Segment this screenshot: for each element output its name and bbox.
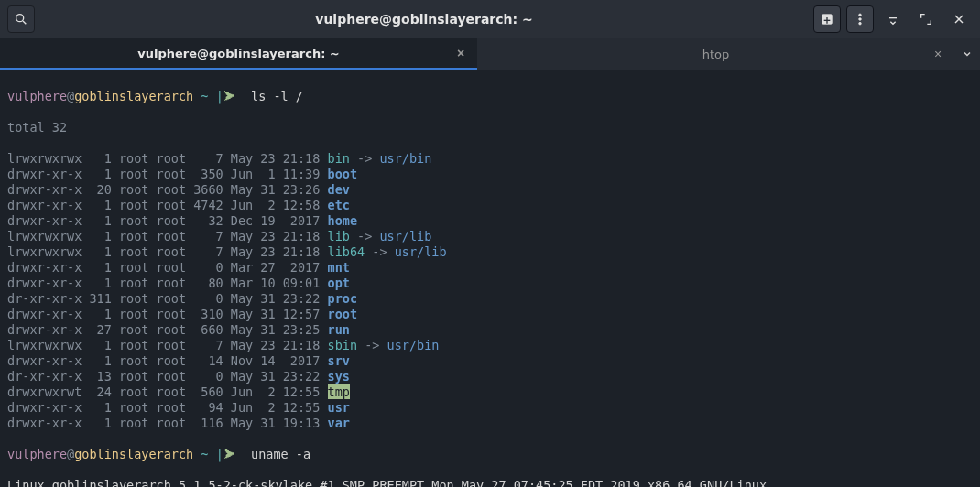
listing-name: usr <box>328 400 350 415</box>
symlink-target: usr/bin <box>387 338 440 352</box>
close-icon <box>952 12 966 27</box>
listing-name: lib <box>328 229 350 244</box>
titlebar: vulphere@goblinslayerarch: ~ <box>0 0 980 38</box>
listing-name: dev <box>328 182 350 197</box>
window-title: vulphere@goblinslayerarch: ~ <box>40 12 808 27</box>
minimize-icon <box>886 12 900 27</box>
listing-row: drwxr-xr-x 1 root root 0 Mar 27 2017 mnt <box>7 260 973 276</box>
listing-name: boot <box>328 167 358 181</box>
listing-meta: lrwxrwxrwx 1 root root 7 May 23 21:18 <box>7 229 328 244</box>
listing-meta: drwxr-xr-x 20 root root 3660 May 31 23:2… <box>7 182 328 197</box>
listing-meta: drwxrwxrwt 24 root root 560 Jun 2 12:55 <box>7 384 328 399</box>
tab-list-dropdown[interactable] <box>954 38 980 70</box>
listing-row: drwxr-xr-x 1 root root 14 Nov 14 2017 sr… <box>7 353 973 369</box>
prompt-arrow: ⮞ <box>223 447 236 461</box>
listing-meta: drwxr-xr-x 1 root root 94 Jun 2 12:55 <box>7 400 328 415</box>
listing-meta: drwxr-xr-x 1 root root 14 Nov 14 2017 <box>7 353 328 368</box>
prompt-at: @ <box>67 89 74 103</box>
chevron-down-icon <box>962 49 973 60</box>
prompt-sep: | <box>209 447 223 461</box>
listing-name: mnt <box>328 260 350 275</box>
total-line: total 32 <box>7 120 973 135</box>
prompt-host: goblinslayerarch <box>74 89 193 103</box>
listing-name: bin <box>328 151 350 166</box>
listing-name: tmp <box>328 384 350 399</box>
terminal-output[interactable]: vulphere@goblinslayerarch ~ |⮞ ls -l / t… <box>0 70 980 487</box>
svg-point-5 <box>859 14 862 16</box>
prompt-user: vulphere <box>7 89 67 103</box>
command-text: uname -a <box>251 447 310 461</box>
tab-terminal[interactable]: vulphere@goblinslayerarch: ~ × <box>0 38 477 70</box>
listing-name: opt <box>328 276 350 290</box>
listing-name: run <box>328 322 350 337</box>
listing-row: drwxr-xr-x 1 root root 80 Mar 10 09:01 o… <box>7 276 973 291</box>
file-listing: lrwxrwxrwx 1 root root 7 May 23 21:18 bi… <box>7 151 973 431</box>
prompt-user: vulphere <box>7 447 67 461</box>
symlink-target: usr/bin <box>379 151 431 166</box>
prompt-arrow: ⮞ <box>223 89 236 103</box>
listing-meta: drwxr-xr-x 1 root root 116 May 31 19:13 <box>7 416 328 430</box>
listing-row: drwxr-xr-x 1 root root 116 May 31 19:13 … <box>7 416 973 431</box>
listing-meta: lrwxrwxrwx 1 root root 7 May 23 21:18 <box>7 151 328 166</box>
maximize-button[interactable] <box>912 5 940 33</box>
listing-row: lrwxrwxrwx 1 root root 7 May 23 21:18 sb… <box>7 338 973 353</box>
menu-button[interactable] <box>846 5 874 33</box>
minimize-button[interactable] <box>879 5 907 33</box>
svg-point-0 <box>16 15 24 22</box>
symlink-arrow: -> <box>357 338 387 352</box>
tab-close-button[interactable]: × <box>931 47 945 61</box>
listing-meta: drwxr-xr-x 1 root root 310 May 31 12:57 <box>7 307 328 321</box>
symlink-arrow: -> <box>350 151 380 166</box>
listing-row: lrwxrwxrwx 1 root root 7 May 23 21:18 bi… <box>7 151 973 167</box>
listing-meta: lrwxrwxrwx 1 root root 7 May 23 21:18 <box>7 338 328 352</box>
prompt-at: @ <box>67 447 74 461</box>
prompt-line: vulphere@goblinslayerarch ~ |⮞ ls -l / <box>7 89 973 104</box>
close-window-button[interactable] <box>945 5 973 33</box>
listing-name: srv <box>328 353 350 368</box>
new-tab-button[interactable] <box>813 5 841 33</box>
listing-name: root <box>328 307 358 321</box>
listing-meta: drwxr-xr-x 27 root root 660 May 31 23:25 <box>7 322 328 337</box>
listing-meta: lrwxrwxrwx 1 root root 7 May 23 21:18 <box>7 244 328 259</box>
listing-meta: dr-xr-xr-x 311 root root 0 May 31 23:22 <box>7 291 328 306</box>
prompt-line: vulphere@goblinslayerarch ~ |⮞ uname -a <box>7 447 973 462</box>
listing-meta: drwxr-xr-x 1 root root 350 Jun 1 11:39 <box>7 167 328 181</box>
prompt-path: ~ <box>201 89 208 103</box>
tab-close-button[interactable]: × <box>453 46 468 60</box>
listing-name: sys <box>328 369 350 384</box>
kebab-menu-icon <box>853 12 867 27</box>
prompt-sep: | <box>209 89 223 103</box>
listing-row: dr-xr-xr-x 311 root root 0 May 31 23:22 … <box>7 291 973 307</box>
maximize-icon <box>919 12 933 27</box>
command-text: ls -l / <box>251 89 303 103</box>
symlink-arrow: -> <box>365 244 395 259</box>
prompt-path: ~ <box>201 447 208 461</box>
search-button[interactable] <box>7 5 35 33</box>
listing-meta: drwxr-xr-x 1 root root 0 Mar 27 2017 <box>7 260 328 275</box>
svg-line-1 <box>23 21 26 24</box>
listing-name: proc <box>328 291 358 306</box>
symlink-target: usr/lib <box>395 244 447 259</box>
tab-label: htop <box>702 48 730 61</box>
listing-row: drwxr-xr-x 1 root root 310 May 31 12:57 … <box>7 307 973 322</box>
listing-row: lrwxrwxrwx 1 root root 7 May 23 21:18 li… <box>7 229 973 244</box>
listing-meta: drwxr-xr-x 1 root root 80 Mar 10 09:01 <box>7 276 328 290</box>
tab-htop[interactable]: htop × <box>477 38 954 70</box>
listing-meta: drwxr-xr-x 1 root root 4742 Jun 2 12:58 <box>7 198 328 212</box>
new-tab-icon <box>820 12 834 27</box>
tab-bar: vulphere@goblinslayerarch: ~ × htop × <box>0 38 980 70</box>
listing-row: drwxr-xr-x 1 root root 350 Jun 1 11:39 b… <box>7 167 973 182</box>
listing-row: lrwxrwxrwx 1 root root 7 May 23 21:18 li… <box>7 244 973 260</box>
listing-row: drwxr-xr-x 1 root root 4742 Jun 2 12:58 … <box>7 198 973 213</box>
symlink-target: usr/lib <box>379 229 431 244</box>
listing-row: drwxr-xr-x 20 root root 3660 May 31 23:2… <box>7 182 973 198</box>
listing-name: etc <box>328 198 350 212</box>
prompt-host: goblinslayerarch <box>74 447 193 461</box>
listing-row: dr-xr-xr-x 13 root root 0 May 31 23:22 s… <box>7 369 973 384</box>
listing-row: drwxr-xr-x 1 root root 94 Jun 2 12:55 us… <box>7 400 973 416</box>
svg-point-7 <box>859 22 862 25</box>
listing-name: sbin <box>328 338 358 352</box>
symlink-arrow: -> <box>350 229 380 244</box>
listing-name: var <box>328 416 350 430</box>
tab-label: vulphere@goblinslayerarch: ~ <box>137 47 340 60</box>
